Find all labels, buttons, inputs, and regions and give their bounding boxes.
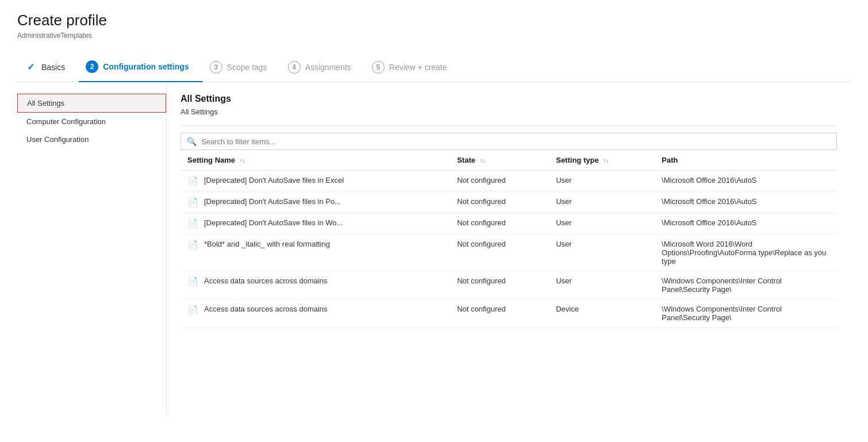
cell-type-4: User (549, 271, 655, 299)
wizard-step-scopetags[interactable]: 3 Scope tags (203, 54, 281, 82)
section-title: All Settings (180, 94, 837, 104)
content-area: All Settings Computer Configuration User… (17, 82, 851, 416)
sort-icon-type: ↑↓ (603, 157, 609, 164)
sort-icon-state: ↑↓ (480, 157, 486, 164)
main-content: All Settings All Settings 🔍 Setting Name… (167, 82, 851, 416)
col-header-type[interactable]: Setting type ↑↓ (549, 150, 655, 171)
cell-name-4: 📄Access data sources across domains (180, 271, 450, 299)
cell-state-3: Not configured (450, 235, 549, 271)
cell-path-1: \Microsoft Office 2016\AutoS (655, 192, 837, 213)
cell-type-0: User (549, 171, 655, 192)
step-num-assignments: 4 (288, 61, 301, 74)
table-wrapper[interactable]: Setting Name ↑↓ State ↑↓ Setting type ↑↓ (180, 150, 837, 328)
wizard-nav: ✓ Basics 2 Configuration settings 3 Scop… (17, 53, 851, 82)
wizard-step-configuration[interactable]: 2 Configuration settings (79, 53, 202, 82)
doc-icon: 📄 (187, 176, 198, 186)
cell-type-2: User (549, 213, 655, 235)
cell-state-1: Not configured (450, 192, 549, 213)
step-label-scopetags: Scope tags (227, 63, 267, 72)
col-header-path[interactable]: Path (655, 150, 837, 171)
step-label-assignments: Assignments (305, 63, 351, 72)
table-row[interactable]: 📄Access data sources across domainsNot c… (180, 271, 837, 299)
cell-name-3: 📄*Bold* and _italic_ with real formattin… (180, 235, 450, 271)
wizard-step-assignments[interactable]: 4 Assignments (281, 54, 365, 82)
search-input[interactable] (201, 137, 831, 146)
cell-name-0: 📄[Deprecated] Don't AutoSave files in Ex… (180, 171, 450, 192)
cell-path-0: \Microsoft Office 2016\AutoS (655, 171, 837, 192)
breadcrumb: All Settings (180, 107, 837, 116)
doc-icon: 📄 (187, 240, 198, 250)
cell-type-5: Device (549, 299, 655, 328)
doc-icon: 📄 (187, 276, 198, 287)
cell-state-5: Not configured (450, 299, 549, 328)
cell-path-4: \Windows Components\Inter Control Panel\… (655, 271, 837, 299)
table-row[interactable]: 📄Access data sources across domainsNot c… (180, 299, 837, 328)
cell-name-5: 📄Access data sources across domains (180, 299, 450, 328)
doc-icon: 📄 (187, 197, 198, 207)
page-title: Create profile (17, 11, 851, 29)
step-label-configuration: Configuration settings (103, 62, 189, 71)
search-icon: 🔍 (187, 137, 197, 146)
page-subtitle: AdministrativeTemplates (17, 32, 851, 40)
cell-name-2: 📄[Deprecated] Don't AutoSave files in Wo… (180, 213, 450, 235)
cell-path-3: \Microsoft Word 2016\Word Options\Proofi… (655, 235, 837, 271)
search-box: 🔍 (180, 133, 837, 150)
col-header-state[interactable]: State ↑↓ (450, 150, 549, 171)
cell-name-1: 📄[Deprecated] Don't AutoSave files in Po… (180, 192, 450, 213)
step-label-basics: Basics (41, 63, 65, 72)
table-body: 📄[Deprecated] Don't AutoSave files in Ex… (180, 171, 837, 328)
table-row[interactable]: 📄*Bold* and _italic_ with real formattin… (180, 235, 837, 271)
step-num-basics: ✓ (24, 61, 37, 74)
sidebar: All Settings Computer Configuration User… (17, 82, 167, 416)
cell-state-2: Not configured (450, 213, 549, 235)
cell-state-4: Not configured (450, 271, 549, 299)
step-label-review: Review + create (389, 63, 447, 72)
col-header-name[interactable]: Setting Name ↑↓ (180, 150, 450, 171)
cell-type-1: User (549, 192, 655, 213)
table-header: Setting Name ↑↓ State ↑↓ Setting type ↑↓ (180, 150, 837, 171)
sidebar-item-computer-config[interactable]: Computer Configuration (17, 113, 166, 130)
step-num-review: 5 (372, 61, 385, 74)
step-num-configuration: 2 (86, 60, 98, 73)
settings-table: Setting Name ↑↓ State ↑↓ Setting type ↑↓ (180, 150, 837, 328)
cell-type-3: User (549, 235, 655, 271)
page-container: Create profile AdministrativeTemplates ✓… (0, 0, 868, 427)
cell-path-2: \Microsoft Office 2016\AutoS (655, 213, 837, 235)
table-row[interactable]: 📄[Deprecated] Don't AutoSave files in Ex… (180, 171, 837, 192)
table-row[interactable]: 📄[Deprecated] Don't AutoSave files in Po… (180, 192, 837, 213)
sort-icon-name: ↑↓ (240, 157, 245, 164)
cell-path-5: \Windows Components\Inter Control Panel\… (655, 299, 837, 328)
doc-icon: 📄 (187, 305, 198, 315)
step-num-scopetags: 3 (210, 61, 222, 74)
divider (180, 125, 837, 126)
cell-state-0: Not configured (450, 171, 549, 192)
doc-icon: 📄 (187, 218, 198, 229)
page-header: Create profile AdministrativeTemplates (17, 11, 851, 40)
table-row[interactable]: 📄[Deprecated] Don't AutoSave files in Wo… (180, 213, 837, 235)
wizard-step-review[interactable]: 5 Review + create (365, 54, 461, 82)
sidebar-item-user-config[interactable]: User Configuration (17, 130, 166, 148)
wizard-step-basics[interactable]: ✓ Basics (17, 54, 79, 82)
sidebar-item-all-settings[interactable]: All Settings (17, 94, 166, 113)
